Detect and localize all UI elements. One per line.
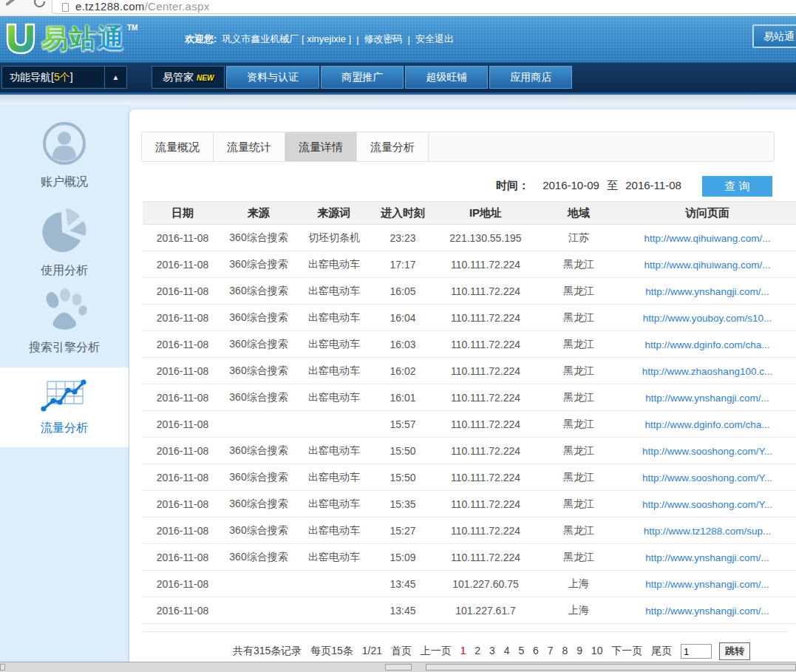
traffic-tab[interactable]: 流量详情 [285,132,357,161]
cell-entry-time: 16:02 [373,358,432,384]
jump-button[interactable]: 跳转 [719,642,750,660]
visit-page-link[interactable]: http://www.ynshangji.com/... [645,605,769,617]
paw-icon [40,288,89,332]
table-row: 2016-11-08 360综合搜索 出窑电动车 16:05 110.111.7… [143,278,796,305]
sidebar-item-traffic-analysis[interactable]: 流量分析 [0,367,129,447]
first-page-link[interactable]: 首页 [391,645,412,656]
next-page-link[interactable]: 下一页 [611,645,642,656]
separator: | [408,34,410,45]
query-button[interactable]: 查 询 [702,176,772,197]
cell-source: 360综合搜索 [222,251,295,278]
visit-page-link[interactable]: http://www.sooshong.com/Y... [642,499,772,510]
visit-page-link[interactable]: http://www.ynshangji.com/... [645,579,769,590]
visit-page-link[interactable]: http://www.dginfo.com/cha... [645,419,770,430]
jump-input[interactable] [681,644,712,659]
page-number-link[interactable]: 8 [562,645,568,656]
table-header-row: 日期 来源 来源词 进入时刻 IP地址 地域 访问页面 [143,202,796,225]
visit-page-link[interactable]: http://www.ynshangji.com/... [645,286,769,297]
cell-keyword: 出窑电动车 [295,251,373,278]
page-number-link[interactable]: 1 [460,645,466,656]
cell-keyword: 出窑电动车 [295,464,373,491]
nav-tab[interactable]: 应用商店 [489,66,572,89]
func-nav-label: 功能导航[ [10,71,54,83]
page-icon [62,3,69,12]
function-nav-dropdown[interactable]: 功能导航[5个] ▲ [1,66,127,89]
visit-page-link[interactable]: http://www.ynshangji.com/... [645,393,769,404]
cell-ip: 110.111.72.224 [432,491,539,517]
cell-entry-time: 13:45 [373,597,432,624]
nav-tab[interactable]: 商盟推广 [321,66,404,89]
nav-tab[interactable]: 超级旺铺 [405,66,488,89]
cell-region: 黑龙江 [539,278,619,305]
visit-page-link[interactable]: http://www.zhaoshang100.c... [642,366,772,377]
column-header: 日期 [143,202,222,225]
page-number-link[interactable]: 5 [518,645,524,656]
nav-tab[interactable]: 易管家NEW [152,66,225,89]
page-number-link[interactable]: 3 [489,645,495,656]
column-header: 来源 [222,202,295,225]
visit-page-link[interactable]: http://www.sooshong.com/Y... [642,446,772,457]
visit-page-link[interactable]: http://www.qihuiwang.com/... [644,233,770,244]
cell-source: 360综合搜索 [222,464,295,491]
visit-page-link[interactable]: http://www.youboy.com/s10... [643,313,772,324]
sidebar-item-usage-analysis[interactable]: 使用分析 [0,205,129,279]
nav-tab-label: 易管家 [163,71,194,83]
horizontal-scrollbar[interactable] [0,662,796,672]
sidebar-item-account-overview[interactable]: 账户概况 [0,121,129,190]
cell-visit-page: http://www.zhaoshang100.c... [619,358,796,384]
scroll-thumb[interactable] [426,664,796,671]
collapse-arrow-icon[interactable]: ▲ [104,67,126,88]
visit-page-link[interactable]: http://www.qihuiwang.com/... [644,259,770,271]
cell-source: 360综合搜索 [222,225,295,251]
change-password-link[interactable]: 修改密码 [364,33,403,46]
refresh-icon[interactable] [32,0,47,10]
prev-page-link[interactable]: 上一页 [421,645,452,656]
scroll-segment[interactable] [385,664,412,671]
page-number-link[interactable]: 7 [548,645,554,656]
cell-region: 上海 [539,571,619,597]
new-badge: NEW [197,74,214,82]
sidebar-item-search-engine-analysis[interactable]: 搜索引擎分析 [0,288,129,356]
traffic-tab[interactable]: 流量概况 [142,132,214,161]
visit-page-link[interactable]: http://www.dginfo.com/cha... [645,339,770,350]
cell-visit-page: http://www.sooshong.com/Y... [619,438,796,464]
tm-superscript: TM [127,21,137,35]
table-row: 2016-11-08 360综合搜索 出窑电动车 16:02 110.111.7… [143,358,796,384]
visit-page-link[interactable]: http://www.tz1288.com/sup... [644,526,772,537]
visit-page-link[interactable]: http://www.ynshangji.com/... [645,552,769,563]
cell-entry-time: 15:35 [373,491,432,517]
app-header: 易站通 TM 欢迎您: 巩义市鑫业机械厂 [ xinyejixie ] | 修改… [0,16,796,63]
table-row: 2016-11-08 15:57 110.111.72.224 黑龙江 http… [143,411,796,438]
cell-region: 黑龙江 [539,358,619,384]
scroll-segment[interactable] [0,664,5,671]
home-button[interactable]: 易站通 [752,24,796,48]
cell-keyword: 出窑电动车 [295,517,373,544]
last-page-link[interactable]: 尾页 [651,645,672,656]
table-row: 2016-11-08 13:45 101.227.61.7 上海 http://… [143,597,796,624]
cell-region: 上海 [539,597,619,624]
page-number-link[interactable]: 9 [576,645,582,656]
cell-visit-page: http://www.dginfo.com/cha... [619,411,796,438]
url-host: e.tz1288.com [75,0,145,13]
visit-page-link[interactable]: http://www.sooshong.com/Y... [642,472,772,483]
date-from[interactable]: 2016-10-09 [542,179,599,191]
traffic-tab[interactable]: 流量分析 [357,132,429,161]
date-to[interactable]: 2016-11-08 [625,179,681,191]
page-number-link[interactable]: 6 [533,645,539,656]
table-row: 2016-11-08 360综合搜索 出窑电动车 15:35 110.111.7… [143,491,796,517]
forward-icon[interactable] [5,0,20,6]
address-bar[interactable]: e.tz1288.com/Center.aspx [52,0,796,14]
cell-date: 2016-11-08 [143,438,222,464]
cell-entry-time: 16:04 [373,305,432,331]
page-number-link[interactable]: 10 [591,645,603,656]
page-number-link[interactable]: 4 [504,645,510,656]
cell-ip: 110.111.72.224 [432,251,539,278]
content-card: 流量概况 流量统计 流量详情 流量分析 时间： 2016-10-09 至 201… [129,109,796,662]
cell-entry-time: 15:50 [373,464,432,491]
nav-tab[interactable]: 资料与认证 [226,66,319,89]
traffic-tab[interactable]: 流量统计 [214,132,285,161]
logout-link[interactable]: 安全退出 [415,33,454,46]
page-number-link[interactable]: 2 [474,645,480,656]
cell-region: 黑龙江 [539,251,619,278]
column-header: IP地址 [432,202,539,225]
